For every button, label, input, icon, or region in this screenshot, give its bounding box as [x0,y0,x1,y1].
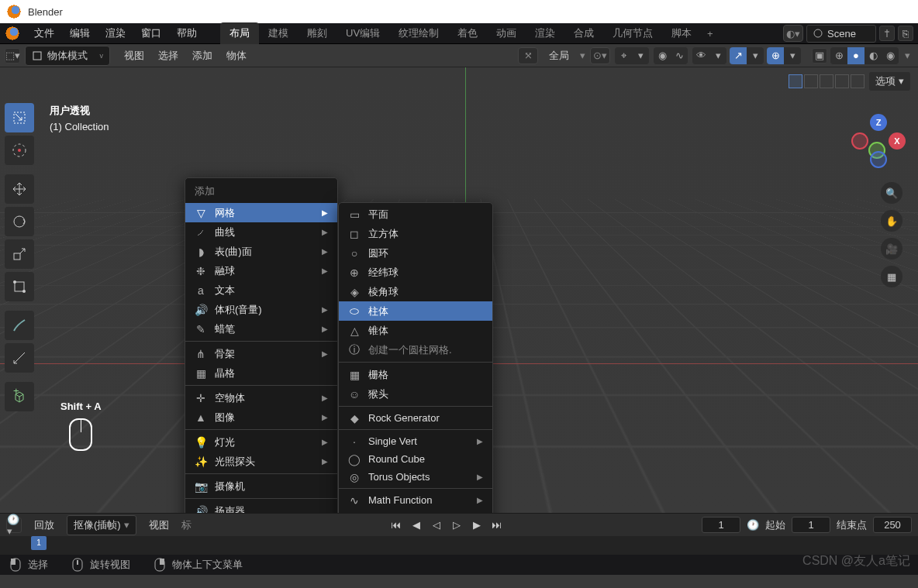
menu-item-立方体[interactable]: ◻立方体 [339,224,492,243]
menu-item-棱角球[interactable]: ◈棱角球 [339,282,492,301]
playhead[interactable]: 1 [31,536,47,550]
menu-帮助[interactable]: 帮助 [169,24,205,42]
measure-tool[interactable] [5,343,34,373]
menu-item-晶格[interactable]: ▦晶格 [185,363,337,383]
menu-item-蜡笔[interactable]: ✎蜡笔▶ [185,319,337,339]
workspace-tab[interactable]: 纹理绘制 [389,22,448,44]
workspace-tab[interactable]: 合成 [564,22,603,44]
menu-item-网格[interactable]: ▽网格▶ [185,203,337,222]
cursor-tool[interactable] [5,136,34,165]
pivot-icon[interactable]: ⊙▾ [590,47,610,64]
menu-item-Rock Generator[interactable]: ◆Rock Generator [339,409,492,427]
proportional-edit[interactable]: ◉∿ [654,47,688,64]
menu-item-骨架[interactable]: ⋔骨架▶ [185,344,337,363]
gizmo-z-axis[interactable]: Z [870,114,887,131]
workspace-tab[interactable]: 几何节点 [603,22,662,44]
rendered-shading-icon[interactable]: ◉ [882,47,899,64]
gizmo-neg-z[interactable] [870,151,887,168]
material-shading-icon[interactable]: ◐ [865,47,882,64]
xray-toggle[interactable]: ▣ [812,48,827,64]
menu-item-锥体[interactable]: △锥体 [339,321,492,340]
header-menu-选择[interactable]: 选择 [152,46,185,66]
end-frame[interactable]: 250 [873,517,912,533]
workspace-tab[interactable]: 渲染 [526,22,564,44]
workspace-tab[interactable]: 布局 [220,22,259,44]
menu-item-扬声器[interactable]: 🔊扬声器 [185,501,337,513]
3d-viewport[interactable]: 选项 ▾ 用户透视 (1) Collection + Z X 🔍 ✋ 🎥 ▦ S… [0,67,918,513]
wireframe-shading-icon[interactable]: ⊕ [830,47,847,64]
menu-item-文本[interactable]: a文本 [185,280,337,300]
menu-item-灯光[interactable]: 💡灯光▶ [185,432,337,452]
app-icon[interactable] [5,26,20,41]
zoom-icon[interactable]: 🔍 [881,182,902,204]
menu-item-Single Vert[interactable]: ·Single Vert▶ [339,432,492,450]
gizmo-x-axis[interactable]: X [889,132,906,150]
menu-item-经纬球[interactable]: ⊕经纬球 [339,263,492,282]
gizmo-neg-x[interactable] [851,132,868,150]
playback-menu[interactable]: 回放 [28,515,60,535]
jump-start-icon[interactable]: ⏮ [387,518,406,533]
start-frame[interactable]: 1 [792,517,830,533]
transform-tool[interactable] [5,272,34,301]
menu-窗口[interactable]: 窗口 [133,24,169,42]
play-icon[interactable]: ▷ [447,518,466,533]
menu-item-表(曲)面[interactable]: ◗表(曲)面▶ [185,242,337,261]
options-dropdown[interactable]: 选项 ▾ [869,72,910,91]
gizmo-toggle[interactable]: ↗ [730,47,747,64]
menu-item-圆环[interactable]: ○圆环 [339,243,492,263]
rotate-tool[interactable] [5,207,34,236]
menu-item-Torus Objects[interactable]: ◎Torus Objects▶ [339,468,492,486]
mode-selector[interactable]: 物体模式 v [25,46,110,66]
perspective-toggle-icon[interactable]: ▦ [881,266,902,287]
annotate-tool[interactable] [5,311,34,340]
menu-item-光照探头[interactable]: ✨光照探头▶ [185,452,337,471]
orientation-label[interactable]: 全局 [543,46,575,66]
select-tool[interactable] [5,103,34,132]
menu-文件[interactable]: 文件 [26,24,62,42]
jump-end-icon[interactable]: ⏭ [488,518,506,533]
menu-item-空物体[interactable]: ✛空物体▶ [185,388,337,407]
menu-渲染[interactable]: 渲染 [98,24,133,42]
pin-scene-icon[interactable] [879,26,895,41]
menu-item-栅格[interactable]: ▦栅格 [339,365,492,384]
menu-item-Gears[interactable]: ⚙Gears▶ [339,509,492,513]
scene-selector[interactable]: Scene [806,25,876,43]
editor-type-icon[interactable]: ⬚▾ [5,48,20,64]
visibility-icon[interactable]: 👁 [692,47,709,64]
pan-icon[interactable]: ✋ [881,210,902,232]
menu-item-摄像机[interactable]: 📷摄像机 [185,476,337,496]
timeline-view-menu[interactable]: 视图 [143,515,175,535]
header-menu-物体[interactable]: 物体 [220,46,253,66]
new-scene-button[interactable]: ⎘ [898,26,913,41]
active-scene-icon[interactable]: ◐▾ [783,25,803,42]
workspace-tab[interactable]: 脚本 [662,22,701,44]
menu-item-Round Cube[interactable]: ◯Round Cube [339,450,492,468]
menu-编辑[interactable]: 编辑 [62,24,98,42]
menu-item-图像[interactable]: ▲图像▶ [185,407,337,427]
add-workspace-button[interactable]: + [701,24,720,43]
header-menu-视图[interactable]: 视图 [118,46,150,66]
menu-item-平面[interactable]: ▭平面 [339,205,492,224]
workspace-tab[interactable]: 雕刻 [298,22,336,44]
workspace-tab[interactable]: UV编辑 [336,22,389,44]
move-tool[interactable] [5,174,34,204]
menu-item-曲线[interactable]: ⟋曲线▶ [185,222,337,242]
workspace-tab[interactable]: 着色 [448,22,487,44]
timeline-track[interactable]: 1 [0,536,918,555]
prev-keyframe-icon[interactable]: ◀ [407,518,426,533]
selection-mode-icons[interactable] [789,74,865,88]
navigation-gizmo[interactable]: Z X [851,114,906,168]
scale-tool[interactable] [5,239,34,269]
camera-view-icon[interactable]: 🎥 [881,238,902,260]
shading-modes[interactable]: ⊕ ● ◐ ◉ [830,47,899,64]
menu-item-融球[interactable]: ❉融球▶ [185,261,337,280]
workspace-tab[interactable]: 建模 [259,22,298,44]
header-menu-添加[interactable]: 添加 [186,46,219,66]
menu-item-猴头[interactable]: ☺猴头 [339,384,492,404]
orientation-icon[interactable]: ⤧ [518,47,538,64]
current-frame[interactable]: 1 [702,517,740,533]
snap-toggle[interactable]: ⌖▾ [615,47,649,64]
workspace-tab[interactable]: 动画 [487,22,526,44]
add-cube-tool[interactable]: + [5,382,34,411]
overlay-toggle[interactable]: ⊕ [767,47,784,64]
